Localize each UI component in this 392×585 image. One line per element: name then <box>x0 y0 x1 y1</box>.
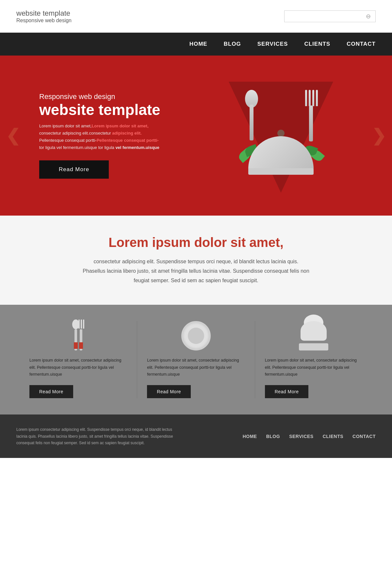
hero-subtitle: Responsive web design <box>39 92 170 101</box>
lorem-section: Lorem ipsum dolor sit amet, consectetur … <box>0 216 392 305</box>
nav-item-clients[interactable]: CLIENTS <box>304 41 330 47</box>
footer-nav-clients[interactable]: CLIENTS <box>323 434 343 439</box>
footer-nav-home[interactable]: HOME <box>243 434 257 439</box>
card-1-text: Lorem ipsum dolor sit amet, consectetur … <box>29 357 127 378</box>
footer-nav-blog[interactable]: BLOG <box>266 434 280 439</box>
cutlery-icon <box>74 321 82 350</box>
card-1-icon-area <box>29 321 127 350</box>
footer-nav: HOME BLOG SERVICES CLIENTS CONTACT <box>243 434 376 439</box>
spoon-icon <box>245 90 258 142</box>
card-3-text: Lorem ipsum dolor sit amet, consectetur … <box>265 357 363 378</box>
site-header: website template Responsive web design ⊖ <box>0 0 392 33</box>
search-input[interactable] <box>289 14 363 19</box>
hero-text: Lorem ipsum dolor sit amet,Lorem ipsum d… <box>39 122 170 151</box>
card-2: Lorem ipsum dolor sit amet, consectetur … <box>137 321 255 398</box>
hero-illustration <box>170 56 392 216</box>
card-2-icon-area <box>147 321 245 350</box>
lorem-body: consectetur adipiscing elit. Suspendisse… <box>82 257 310 285</box>
card-3: Lorem ipsum dolor sit amet, consectetur … <box>255 321 372 398</box>
slider-next-button[interactable]: ❯ <box>372 126 386 145</box>
slider-prev-button[interactable]: ❮ <box>6 126 20 145</box>
fork-icon <box>305 90 317 142</box>
footer-nav-contact[interactable]: CONTACT <box>352 434 376 439</box>
card-3-icon-area <box>265 321 363 350</box>
hero-section: ❮ Responsive web design website template… <box>0 56 392 216</box>
lorem-title: Lorem ipsum dolor sit amet, <box>39 235 353 250</box>
key-icon: ⊖ <box>366 13 371 20</box>
card-1-read-more-button[interactable]: Read More <box>29 385 73 398</box>
nav-item-services[interactable]: SERVICES <box>257 41 288 47</box>
navbar: HOME BLOG SERVICES CLIENTS CONTACT <box>0 33 392 56</box>
chef-hat-icon <box>301 321 327 350</box>
hero-title: website template <box>39 102 170 118</box>
logo-area: website template Responsive web design <box>16 9 72 24</box>
hero-read-more-button[interactable]: Read More <box>39 160 109 179</box>
plate-inner <box>188 328 204 344</box>
site-footer: Lorem ipsum consectetur adipiscing elit.… <box>0 414 392 458</box>
footer-nav-services[interactable]: SERVICES <box>289 434 314 439</box>
card-2-text: Lorem ipsum dolor sit amet, consectetur … <box>147 357 245 378</box>
card-1: Lorem ipsum dolor sit amet, consectetur … <box>20 321 137 398</box>
food-group <box>229 83 333 188</box>
nav-item-home[interactable]: HOME <box>189 41 207 47</box>
logo-title: website template <box>16 9 72 18</box>
logo-subtitle: Responsive web design <box>16 18 72 24</box>
hero-content: Responsive web design website template L… <box>0 92 170 179</box>
plate-icon <box>181 321 211 350</box>
cards-section: Lorem ipsum dolor sit amet, consectetur … <box>0 305 392 414</box>
footer-text: Lorem ipsum consectetur adipiscing elit.… <box>16 426 173 446</box>
nav-item-contact[interactable]: CONTACT <box>347 41 376 47</box>
search-box[interactable]: ⊖ <box>284 10 376 22</box>
card-3-read-more-button[interactable]: Read More <box>265 385 309 398</box>
nav-item-blog[interactable]: BLOG <box>224 41 241 47</box>
card-2-read-more-button[interactable]: Read More <box>147 385 191 398</box>
